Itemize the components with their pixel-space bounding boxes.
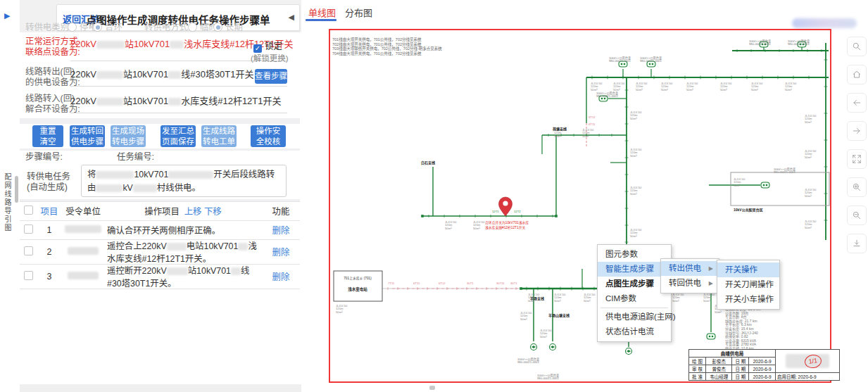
line-in-value[interactable]: 220kV站10kV701水库支线#12杆12T1开关 — [70, 94, 282, 107]
resize-handle[interactable] — [429, 386, 435, 390]
zoom-out-button[interactable] — [847, 206, 867, 225]
section-divider — [20, 118, 300, 124]
line-statistics: 绘制区总长度: 23.6 km公变台数: 19台 专变台数: 8台线路总长度: … — [725, 308, 761, 355]
home-button[interactable] — [847, 65, 867, 84]
actions-row: 重置清空 生成转回供电步骤 生成现场转电步骤 发至汇总页面保存 生成线路转电工单… — [20, 125, 300, 148]
enable-date: 启用日期: 2020-6-9 — [776, 373, 840, 381]
unlock-hint[interactable]: (解锁更换) — [251, 52, 289, 63]
back-button[interactable] — [847, 93, 867, 113]
svg-text:30T1: 30T1 — [467, 282, 474, 285]
svg-text:50m²: 50m² — [630, 192, 637, 196]
svg-text:50m²: 50m² — [540, 335, 547, 339]
menu-item-switch-trolley-operation[interactable]: 开关小车操作 — [717, 292, 779, 307]
row-checkbox[interactable] — [24, 225, 33, 234]
svg-text:30T1: 30T1 — [510, 282, 517, 285]
expand-panel-icon[interactable]: ▶ — [4, 11, 10, 20]
diagram-toolbar — [847, 37, 865, 262]
svg-text:6T12: 6T12 — [589, 115, 596, 119]
forward-button[interactable] — [847, 121, 867, 141]
station-box: 701上水库乡 (701) 浅水变电站 — [334, 271, 382, 301]
view-steps-button[interactable]: 查看步骤 — [255, 69, 287, 84]
svg-text:980-00021-0001: 980-00021-0001 — [596, 94, 618, 98]
app-window: ▶ 配网线路导引图 返回汇总 点图操作生成调度转供电任务操作步骤单 ◀ 转供电类… — [0, 0, 868, 392]
menu-item-power-source-trace[interactable]: 供电电源追踪(主网) — [598, 310, 671, 324]
panel-footer-strip — [20, 384, 301, 392]
col-function: 功能 — [262, 202, 300, 220]
download-button[interactable] — [847, 234, 867, 253]
svg-text:50m²: 50m² — [805, 120, 812, 124]
tab-single-line-diagram[interactable]: 单线图 — [308, 6, 336, 19]
delete-link[interactable]: 删除 — [272, 272, 290, 282]
svg-text:50m²: 50m² — [661, 88, 668, 91]
fit-screen-button[interactable] — [847, 149, 867, 169]
download-icon — [852, 239, 862, 248]
input-underline — [70, 86, 287, 87]
redacted-text — [168, 171, 213, 179]
zoom-in-icon — [852, 182, 862, 192]
redacted-text — [96, 171, 134, 179]
search-button[interactable] — [847, 37, 867, 56]
svg-text:6T11: 6T11 — [413, 282, 420, 285]
search-icon — [852, 42, 862, 51]
svg-text:50m²: 50m² — [715, 310, 722, 314]
svg-text:50m²: 50m² — [630, 154, 637, 158]
svg-text:50m²: 50m² — [751, 88, 758, 91]
svg-text:980-00021-0001: 980-00021-0001 — [640, 59, 662, 63]
location-pin-icon[interactable]: 合环点开关为10kV701浅水库 浅水库支线#12杆12T1开关 — [485, 197, 529, 230]
svg-text:12T1: 12T1 — [492, 210, 499, 213]
delete-link[interactable]: 删除 — [272, 248, 290, 258]
menu-separator — [600, 308, 668, 308]
menu-item-transfer-out-supply[interactable]: 转出供电▶ — [661, 261, 719, 276]
zoom-in-button[interactable] — [847, 177, 867, 197]
filter-row: 转供电类别: 停电 合环 转供电方式: 临时 长期 — [20, 21, 300, 34]
left-scrollbar-thumb[interactable] — [15, 176, 18, 203]
move-up-link[interactable]: 上移 — [184, 207, 202, 217]
menu-item-switch-knife-operation[interactable]: 开关刀闸操作 — [717, 277, 779, 292]
redacted-text — [170, 41, 184, 49]
row-no: 2 — [37, 244, 62, 260]
radio-icon — [188, 23, 197, 32]
row-no: 1 — [37, 222, 62, 238]
tab-distribution-diagram[interactable]: 分布图 — [345, 6, 372, 19]
radio-loop[interactable]: 合环 — [93, 23, 122, 33]
menu-item-transfer-back-supply[interactable]: 转回供电▶ — [661, 276, 719, 291]
radio-longterm[interactable]: 长期 — [213, 23, 243, 33]
generate-return-supply-steps-button[interactable]: 生成转回供电步骤 — [70, 125, 105, 147]
fit-screen-icon — [852, 154, 862, 164]
menu-item-switch-operation[interactable]: 开关操作 — [717, 263, 779, 277]
generate-line-transfer-order-button[interactable]: 生成线路转电工单 — [201, 125, 237, 147]
diagram-canvas[interactable]: JL/LV-50120m50m²JL/LV-50120m50m²JL/LV-50… — [301, 21, 868, 392]
svg-text:980-00021-0001: 980-00021-0001 — [749, 42, 771, 46]
svg-text:50m²: 50m² — [720, 88, 727, 91]
zoom-out-icon — [852, 210, 862, 220]
redacted-text — [168, 98, 181, 106]
row-checkbox[interactable] — [24, 271, 33, 280]
operation-safety-check-button[interactable]: 操作安全校核 — [251, 125, 286, 147]
submenu-arrow-icon: ▶ — [709, 261, 713, 276]
menu-item-cim-params[interactable]: CIM参数 — [598, 291, 671, 306]
row-checkbox[interactable] — [24, 246, 33, 255]
svg-text:羊场支线: 羊场支线 — [530, 296, 544, 301]
svg-text:50m²: 50m² — [805, 226, 812, 229]
context-submenu: 转出供电▶ 转回供电▶ — [660, 258, 719, 293]
menu-item-state-estimated-current[interactable]: 状态估计电流 — [598, 324, 671, 339]
redacted-text — [167, 243, 187, 251]
redacted-text — [96, 41, 125, 49]
select-all-checkbox[interactable] — [24, 206, 33, 215]
operation-text: 遥控断开220kV站10kV701线#30塔30T1开关。 — [104, 261, 262, 292]
line-out-value[interactable]: 220kV站10kV701线#30塔30T1开关 — [70, 67, 254, 80]
col-operation: 操作项目 上移 下移 — [104, 202, 262, 220]
transfer-task-label: 转供电任务(自动生成) — [27, 172, 70, 193]
svg-text:50m²: 50m² — [630, 117, 637, 120]
svg-text:50m²: 50m² — [582, 134, 589, 138]
vertical-tab-grid-guide[interactable]: 配网线路导引图 — [2, 173, 13, 232]
svg-text:50m²: 50m² — [520, 317, 527, 321]
svg-text:12T2: 12T2 — [514, 210, 521, 213]
move-down-link[interactable]: 下移 — [204, 207, 222, 217]
delete-link[interactable]: 删除 — [272, 226, 290, 236]
lock-checkbox[interactable]: ✓锁定 — [253, 39, 282, 53]
transfer-task-text[interactable]: 将10kV701开关后段线路转由kV村线供电。 — [81, 165, 287, 197]
generate-field-transfer-steps-button[interactable]: 生成现场转电步骤 — [111, 125, 146, 147]
send-to-summary-save-button[interactable]: 发至汇总页面保存 — [161, 125, 196, 147]
reset-clear-button[interactable]: 重置清空 — [32, 125, 63, 147]
